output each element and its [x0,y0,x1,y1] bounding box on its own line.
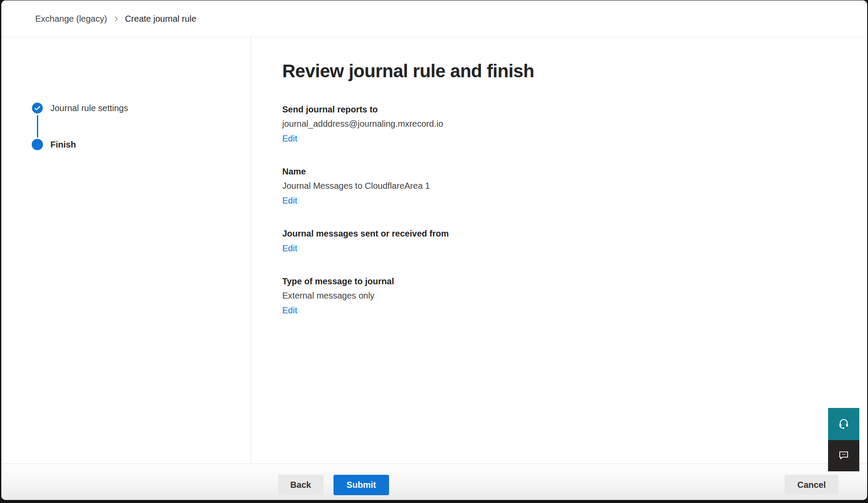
app-window: Exchange (legacy) Create journal rule [1,0,867,500]
edit-name-link[interactable]: Edit [282,194,297,207]
wizard-sidebar: Journal rule settings Finish [1,37,251,464]
journal-report-address: journal_adddress@journaling.mxrecord.io [282,117,832,131]
section-name: Name Journal Messages to CloudflareArea … [282,164,832,207]
breadcrumb-chevron-icon [113,16,119,22]
help-rail [828,408,859,471]
current-step-dot-icon [32,139,43,150]
header-bar: Exchange (legacy) Create journal rule [1,0,867,37]
step-connector-line [37,115,38,138]
edit-send-reports-link[interactable]: Edit [282,132,297,145]
section-label: Name [282,164,832,178]
journal-rule-name: Journal Messages to CloudflareArea 1 [282,179,832,193]
breadcrumb-create-journal-rule: Create journal rule [125,14,197,24]
edit-messages-from-link[interactable]: Edit [282,241,297,255]
support-button[interactable] [828,408,859,440]
message-type-value: External messages only [282,289,832,302]
feedback-button[interactable] [828,440,859,471]
back-button[interactable]: Back [278,475,323,495]
content-row: Journal rule settings Finish Review jour… [1,37,867,464]
section-label: Journal messages sent or received from [282,227,832,240]
headset-icon [837,417,850,431]
footer-action-bar: Back Submit Cancel [1,464,867,500]
step-journal-rule-settings[interactable]: Journal rule settings [32,102,128,114]
wizard-stepper: Journal rule settings Finish [32,102,128,150]
review-panel: Review journal rule and finish Send jour… [251,37,867,464]
edit-message-type-link[interactable]: Edit [282,303,297,317]
check-circle-icon [32,102,43,114]
section-label: Send journal reports to [282,102,832,116]
cancel-button[interactable]: Cancel [785,475,838,495]
section-journal-messages-from: Journal messages sent or received from E… [282,227,832,255]
section-send-journal-reports-to: Send journal reports to journal_adddress… [282,102,832,145]
breadcrumb-exchange-legacy[interactable]: Exchange (legacy) [35,14,107,24]
step-label: Finish [50,140,76,150]
step-label: Journal rule settings [50,103,128,113]
section-label: Type of message to journal [282,274,832,288]
chat-bubble-icon [838,449,850,463]
section-type-of-message: Type of message to journal External mess… [282,274,832,317]
step-finish[interactable]: Finish [32,139,128,150]
page-title: Review journal rule and finish [282,60,832,82]
submit-button[interactable]: Submit [333,475,389,495]
